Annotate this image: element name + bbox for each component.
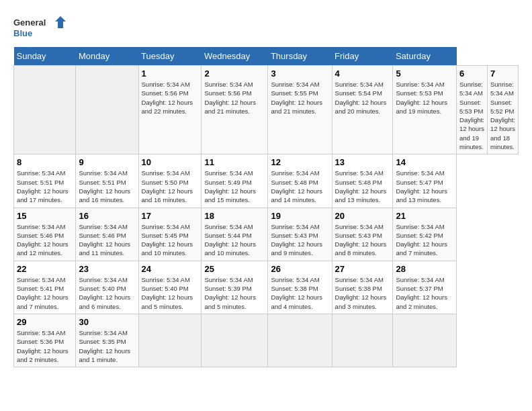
day-number: 14	[396, 157, 453, 167]
calendar-cell: 1 Sunrise: 5:34 AMSunset: 5:56 PMDayligh…	[138, 66, 202, 154]
calendar-week-row: 15 Sunrise: 5:34 AMSunset: 5:46 PMDaylig…	[14, 208, 519, 261]
day-number: 4	[335, 68, 390, 79]
day-number: 29	[17, 317, 73, 327]
day-detail: Sunrise: 5:34 AMSunset: 5:46 PMDaylight:…	[17, 223, 69, 257]
logo: General Blue	[13, 13, 67, 40]
day-detail: Sunrise: 5:34 AMSunset: 5:45 PMDaylight:…	[142, 223, 193, 257]
day-detail: Sunrise: 5:34 AMSunset: 5:43 PMDaylight:…	[271, 223, 322, 257]
calendar-cell: 4 Sunrise: 5:34 AMSunset: 5:54 PMDayligh…	[332, 66, 393, 154]
day-number: 20	[335, 211, 390, 221]
svg-text:General: General	[13, 17, 46, 28]
calendar-cell: 8 Sunrise: 5:34 AMSunset: 5:51 PMDayligh…	[14, 154, 76, 208]
day-number: 25	[204, 264, 265, 274]
day-number: 30	[79, 317, 135, 327]
day-number: 19	[271, 211, 328, 221]
day-number: 11	[204, 157, 265, 167]
day-number: 8	[17, 157, 73, 167]
day-detail: Sunrise: 5:34 AMSunset: 5:50 PMDaylight:…	[142, 169, 193, 203]
calendar-cell: 24 Sunrise: 5:34 AMSunset: 5:40 PMDaylig…	[138, 261, 202, 314]
day-number: 10	[142, 157, 199, 167]
calendar-cell	[268, 314, 332, 367]
calendar-cell: 27 Sunrise: 5:34 AMSunset: 5:38 PMDaylig…	[332, 261, 393, 314]
calendar-cell	[393, 314, 457, 367]
day-detail: Sunrise: 5:34 AMSunset: 5:49 PMDaylight:…	[204, 169, 256, 203]
day-detail: Sunrise: 5:34 AMSunset: 5:55 PMDaylight:…	[271, 81, 322, 115]
day-number: 5	[396, 68, 453, 79]
day-detail: Sunrise: 5:34 AMSunset: 5:56 PMDaylight:…	[142, 81, 193, 115]
calendar-week-row: 29 Sunrise: 5:34 AMSunset: 5:36 PMDaylig…	[14, 314, 519, 367]
day-detail: Sunrise: 5:34 AMSunset: 5:53 PMDaylight:…	[459, 81, 484, 150]
day-number: 28	[396, 264, 453, 274]
day-detail: Sunrise: 5:34 AMSunset: 5:38 PMDaylight:…	[271, 276, 322, 310]
day-detail: Sunrise: 5:34 AMSunset: 5:56 PMDaylight:…	[204, 81, 256, 115]
day-detail: Sunrise: 5:34 AMSunset: 5:40 PMDaylight:…	[142, 276, 193, 310]
calendar-cell: 25 Sunrise: 5:34 AMSunset: 5:39 PMDaylig…	[202, 261, 268, 314]
day-number: 9	[79, 157, 135, 167]
day-number: 13	[335, 157, 390, 167]
calendar-cell: 7 Sunrise: 5:34 AMSunset: 5:52 PMDayligh…	[488, 66, 519, 154]
calendar-cell: 16 Sunrise: 5:34 AMSunset: 5:46 PMDaylig…	[76, 208, 138, 261]
calendar-cell: 6 Sunrise: 5:34 AMSunset: 5:53 PMDayligh…	[457, 66, 488, 154]
calendar-cell: 23 Sunrise: 5:34 AMSunset: 5:40 PMDaylig…	[76, 261, 138, 314]
day-detail: Sunrise: 5:34 AMSunset: 5:53 PMDaylight:…	[396, 81, 447, 115]
calendar-cell	[14, 66, 76, 154]
calendar-cell: 12 Sunrise: 5:34 AMSunset: 5:48 PMDaylig…	[268, 154, 332, 208]
calendar-cell: 29 Sunrise: 5:34 AMSunset: 5:36 PMDaylig…	[14, 314, 76, 367]
day-detail: Sunrise: 5:34 AMSunset: 5:35 PMDaylight:…	[79, 329, 130, 363]
day-detail: Sunrise: 5:34 AMSunset: 5:36 PMDaylight:…	[17, 329, 69, 363]
calendar-week-row: 22 Sunrise: 5:34 AMSunset: 5:41 PMDaylig…	[14, 261, 519, 314]
day-number: 2	[204, 68, 265, 79]
day-detail: Sunrise: 5:34 AMSunset: 5:51 PMDaylight:…	[17, 169, 69, 203]
day-detail: Sunrise: 5:34 AMSunset: 5:51 PMDaylight:…	[79, 169, 130, 203]
day-detail: Sunrise: 5:34 AMSunset: 5:42 PMDaylight:…	[396, 223, 447, 257]
day-detail: Sunrise: 5:34 AMSunset: 5:40 PMDaylight:…	[79, 276, 130, 310]
calendar-cell: 13 Sunrise: 5:34 AMSunset: 5:48 PMDaylig…	[332, 154, 393, 208]
calendar-cell: 26 Sunrise: 5:34 AMSunset: 5:38 PMDaylig…	[268, 261, 332, 314]
calendar-cell: 17 Sunrise: 5:34 AMSunset: 5:45 PMDaylig…	[138, 208, 202, 261]
day-number: 26	[271, 264, 328, 274]
day-number: 27	[335, 264, 390, 274]
day-number: 12	[271, 157, 328, 167]
day-number: 3	[271, 68, 328, 79]
day-number: 1	[142, 68, 199, 79]
weekday-header: Monday	[76, 47, 138, 66]
calendar-week-row: 1 Sunrise: 5:34 AMSunset: 5:56 PMDayligh…	[14, 66, 519, 154]
day-number: 6	[459, 68, 484, 79]
calendar-cell: 14 Sunrise: 5:34 AMSunset: 5:47 PMDaylig…	[393, 154, 457, 208]
day-detail: Sunrise: 5:34 AMSunset: 5:48 PMDaylight:…	[271, 169, 322, 203]
day-detail: Sunrise: 5:34 AMSunset: 5:43 PMDaylight:…	[335, 223, 387, 257]
day-detail: Sunrise: 5:34 AMSunset: 5:44 PMDaylight:…	[204, 223, 256, 257]
calendar-cell: 18 Sunrise: 5:34 AMSunset: 5:44 PMDaylig…	[202, 208, 268, 261]
day-number: 24	[142, 264, 199, 274]
day-detail: Sunrise: 5:34 AMSunset: 5:41 PMDaylight:…	[17, 276, 69, 310]
calendar-cell	[138, 314, 202, 367]
weekday-header: Friday	[332, 47, 393, 66]
calendar-body: 1 Sunrise: 5:34 AMSunset: 5:56 PMDayligh…	[14, 66, 519, 367]
calendar-cell	[332, 314, 393, 367]
day-number: 7	[490, 68, 515, 79]
day-detail: Sunrise: 5:34 AMSunset: 5:39 PMDaylight:…	[204, 276, 256, 310]
day-detail: Sunrise: 5:34 AMSunset: 5:38 PMDaylight:…	[335, 276, 387, 310]
calendar-cell: 2 Sunrise: 5:34 AMSunset: 5:56 PMDayligh…	[202, 66, 268, 154]
page-header: General Blue	[13, 13, 519, 40]
calendar-cell	[76, 66, 138, 154]
svg-marker-2	[55, 16, 66, 28]
calendar-cell: 15 Sunrise: 5:34 AMSunset: 5:46 PMDaylig…	[14, 208, 76, 261]
day-number: 16	[79, 211, 135, 221]
day-number: 18	[204, 211, 265, 221]
day-detail: Sunrise: 5:34 AMSunset: 5:46 PMDaylight:…	[79, 223, 130, 257]
day-detail: Sunrise: 5:34 AMSunset: 5:47 PMDaylight:…	[396, 169, 447, 203]
day-number: 17	[142, 211, 199, 221]
calendar-table: SundayMondayTuesdayWednesdayThursdayFrid…	[13, 47, 519, 367]
calendar-week-row: 8 Sunrise: 5:34 AMSunset: 5:51 PMDayligh…	[14, 154, 519, 208]
calendar-cell: 10 Sunrise: 5:34 AMSunset: 5:50 PMDaylig…	[138, 154, 202, 208]
calendar-cell	[202, 314, 268, 367]
weekday-header: Thursday	[268, 47, 332, 66]
day-number: 22	[17, 264, 73, 274]
logo-svg: General Blue	[13, 13, 67, 40]
calendar-cell: 30 Sunrise: 5:34 AMSunset: 5:35 PMDaylig…	[76, 314, 138, 367]
day-detail: Sunrise: 5:34 AMSunset: 5:52 PMDaylight:…	[490, 81, 515, 150]
weekday-header: Saturday	[393, 47, 457, 66]
weekday-header: Tuesday	[138, 47, 202, 66]
svg-text:Blue: Blue	[13, 28, 32, 38]
